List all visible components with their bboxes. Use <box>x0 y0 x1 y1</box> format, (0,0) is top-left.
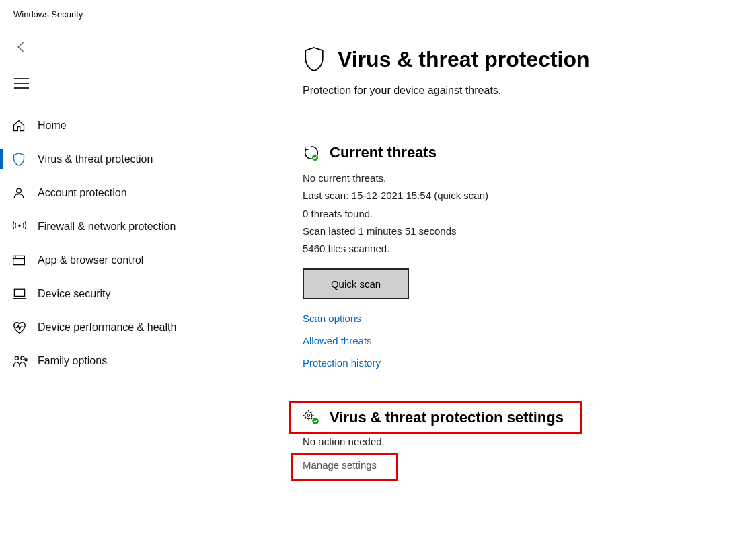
scan-history-icon <box>303 144 320 161</box>
laptop-icon <box>12 288 27 300</box>
page-title: Virus & threat protection <box>338 47 590 72</box>
svg-point-4 <box>19 225 20 226</box>
svg-point-9 <box>15 356 18 360</box>
sidebar-item-device-security[interactable]: Device security <box>0 277 242 311</box>
shield-icon <box>12 152 26 167</box>
vt-settings-heading: Virus & threat protection settings <box>330 409 564 426</box>
files-scanned-text: 5460 files scanned. <box>303 240 733 258</box>
sidebar-item-virus-threat[interactable]: Virus & threat protection <box>0 143 242 176</box>
sidebar-item-home[interactable]: Home <box>0 109 242 143</box>
sidebar-item-label: App & browser control <box>38 254 143 266</box>
antenna-icon <box>12 220 27 233</box>
heart-icon <box>12 321 27 334</box>
vt-settings-status: No action needed. <box>303 436 733 447</box>
svg-point-11 <box>25 359 27 361</box>
gear-check-icon <box>303 410 320 426</box>
sidebar-item-label: Device security <box>38 288 110 300</box>
back-button[interactable] <box>13 39 30 55</box>
manage-settings-link[interactable]: Manage settings <box>303 459 377 471</box>
svg-point-15 <box>312 418 319 425</box>
allowed-threats-link[interactable]: Allowed threats <box>303 335 733 346</box>
hamburger-button[interactable] <box>12 74 31 93</box>
sidebar-item-label: Device performance & health <box>38 321 176 334</box>
svg-point-12 <box>312 155 318 161</box>
window-title: Windows Security <box>0 0 756 20</box>
no-threats-text: No current threats. <box>303 169 733 187</box>
menu-icon <box>14 77 29 89</box>
scan-options-link[interactable]: Scan options <box>303 313 733 324</box>
sidebar-item-firewall[interactable]: Firewall & network protection <box>0 210 242 243</box>
protection-history-link[interactable]: Protection history <box>303 357 733 369</box>
shield-large-icon <box>303 46 326 73</box>
sidebar-item-label: Account protection <box>38 187 127 199</box>
vt-settings-section: Virus & threat protection settings No ac… <box>303 409 733 471</box>
page-subtitle: Protection for your device against threa… <box>303 85 733 97</box>
svg-rect-5 <box>13 256 25 264</box>
app-window-icon <box>12 254 26 266</box>
sidebar-item-label: Family options <box>38 355 107 367</box>
sidebar-item-account[interactable]: Account protection <box>0 176 242 210</box>
current-threats-section: Current threats No current threats. Last… <box>303 144 733 369</box>
person-icon <box>12 186 26 200</box>
sidebar-item-label: Home <box>38 120 67 132</box>
sidebar-item-app-browser[interactable]: App & browser control <box>0 243 242 277</box>
home-icon <box>12 119 26 132</box>
last-scan-text: Last scan: 15-12-2021 15:54 (quick scan) <box>303 187 733 204</box>
arrow-left-icon <box>15 40 28 54</box>
current-threats-heading: Current threats <box>330 144 437 161</box>
family-icon <box>12 354 28 368</box>
sidebar-item-performance[interactable]: Device performance & health <box>0 311 242 344</box>
threats-found-text: 0 threats found. <box>303 205 733 223</box>
sidebar-item-label: Firewall & network protection <box>38 221 176 233</box>
sidebar: Home Virus & threat protection Account p… <box>0 109 242 378</box>
scan-duration-text: Scan lasted 1 minutes 51 seconds <box>303 223 733 240</box>
svg-point-10 <box>21 356 24 360</box>
svg-rect-8 <box>14 289 24 296</box>
sidebar-item-label: Virus & threat protection <box>38 153 153 165</box>
svg-point-14 <box>307 414 309 416</box>
svg-point-13 <box>305 412 311 419</box>
svg-point-3 <box>17 188 22 193</box>
sidebar-item-family[interactable]: Family options <box>0 344 242 378</box>
quick-scan-button[interactable]: Quick scan <box>303 268 409 299</box>
main-content: Virus & threat protection Protection for… <box>303 46 733 471</box>
